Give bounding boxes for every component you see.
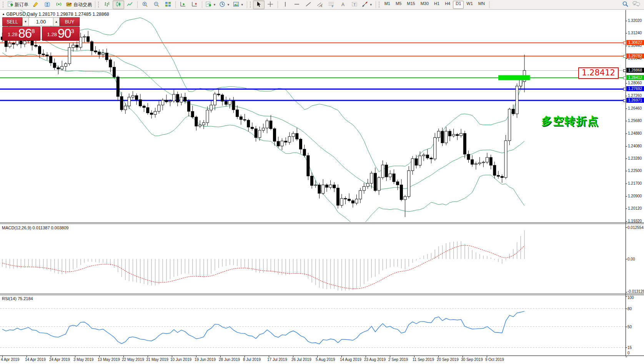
- buy-price-prefix: 1.28: [47, 30, 57, 40]
- sell-button[interactable]: SELL: [2, 17, 22, 26]
- axis-price-tag: 1.28412: [626, 75, 644, 80]
- sell-price-main: 86: [18, 27, 32, 40]
- buy-price-main: 90: [58, 27, 71, 40]
- macd-indicator-label: MACD(12,26,9) 0.011387 0.003809: [2, 225, 68, 230]
- one-click-trading-panel: SELL ▼ ▲ BUY 1.28 86 8 1.28 90 3: [2, 17, 80, 41]
- axis-price-tag: 1.28868: [626, 68, 644, 73]
- line-anchor-mark: [623, 55, 626, 58]
- sell-price-pip: 8: [32, 28, 35, 34]
- chart-title: ▲ GBPUSD,Daily 1.28170 1.29878 1.27485 1…: [2, 12, 109, 17]
- line-anchor-mark: [623, 42, 626, 44]
- line-anchor-mark: [623, 88, 626, 90]
- axis-price-tag: 1.30622: [626, 40, 644, 45]
- chart-canvas: [0, 0, 644, 364]
- volume-increase-button[interactable]: ▲: [53, 17, 60, 26]
- buy-button[interactable]: BUY: [60, 17, 80, 26]
- sell-price-prefix: 1.28: [8, 30, 17, 40]
- line-anchor-mark: [623, 69, 626, 72]
- collapse-marker-icon[interactable]: ▲: [2, 12, 5, 16]
- turning-point-annotation[interactable]: 多空转折点: [541, 114, 599, 129]
- axis-price-tag: 1.27692: [626, 86, 644, 91]
- buy-price-pip: 3: [71, 28, 74, 34]
- buy-price-button[interactable]: 1.28 90 3: [42, 27, 80, 41]
- volume-decrease-button[interactable]: ▼: [22, 17, 29, 26]
- volume-input[interactable]: [29, 17, 53, 26]
- sell-price-button[interactable]: 1.28 86 8: [2, 27, 40, 41]
- axis-price-tag: 1.26971: [626, 98, 644, 103]
- price-callout-box[interactable]: 1.28412: [578, 67, 619, 79]
- mt4-window: 新订单 自动交易: [0, 0, 644, 364]
- rsi-indicator-label: RSI(14) 75.2184: [2, 296, 33, 301]
- line-anchor-mark: [623, 99, 626, 102]
- axis-price-tag: 1.29782: [626, 53, 644, 58]
- symbol-ohlc-text: GBPUSD,Daily 1.28170 1.29878 1.27485 1.2…: [6, 12, 109, 17]
- line-anchor-mark: [623, 77, 626, 79]
